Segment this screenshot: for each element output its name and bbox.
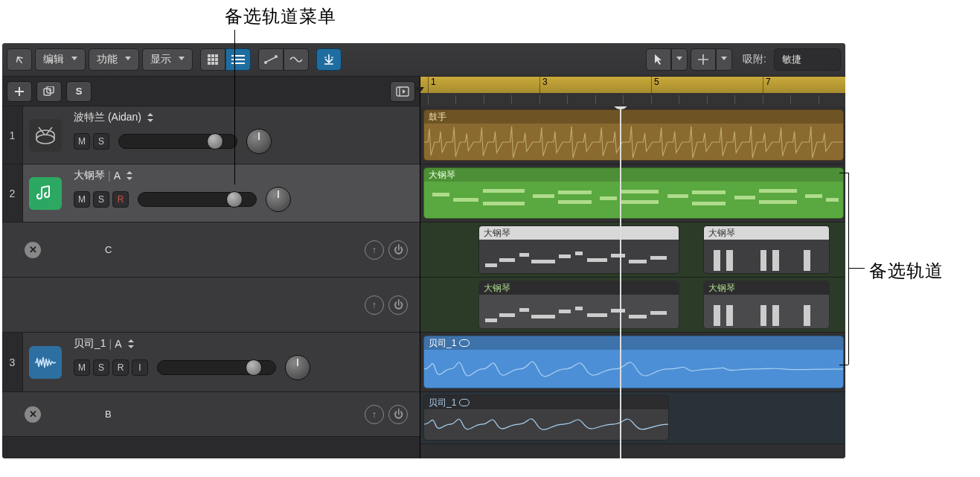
svg-rect-1: [211, 54, 214, 57]
track-icon-slot: [23, 106, 68, 164]
pan-knob[interactable]: [266, 187, 291, 212]
mute-button[interactable]: M: [74, 359, 90, 376]
solo-button[interactable]: S: [93, 359, 109, 376]
take-folder-menu-icon[interactable]: [128, 339, 134, 348]
track-header[interactable]: 1 波特兰 (Aidan) M S: [2, 106, 420, 164]
drummer-track-icon[interactable]: [29, 119, 62, 152]
volume-slider[interactable]: [118, 134, 237, 149]
midi-notes-icon: [479, 295, 679, 328]
marquee-tool-dropdown[interactable]: [716, 48, 732, 71]
view-menu[interactable]: 显示: [142, 48, 193, 71]
svg-rect-6: [208, 62, 211, 65]
grid-view-button[interactable]: [200, 48, 225, 71]
add-track-button[interactable]: [7, 81, 32, 102]
promote-alternative-button[interactable]: ↑: [365, 295, 384, 315]
svg-rect-4: [211, 58, 214, 61]
solo-button[interactable]: S: [93, 191, 109, 208]
chevron-down-icon: [676, 57, 682, 63]
region-midi-alt[interactable]: 大钢琴: [478, 225, 679, 274]
snap-select[interactable]: 敏捷: [774, 48, 841, 71]
midi-notes-icon: [704, 240, 829, 273]
view-menu-label: 显示: [150, 53, 171, 66]
svg-rect-9: [231, 55, 234, 57]
midi-notes-icon: [479, 240, 679, 273]
track-alternative-row[interactable]: ✕ C ↑ ⏻: [2, 223, 420, 278]
functions-menu[interactable]: 功能: [89, 48, 139, 71]
annotation-right-bracket-b: [839, 365, 848, 365]
global-solo-button[interactable]: S: [66, 81, 92, 102]
pan-knob[interactable]: [285, 355, 310, 380]
catch-playhead-button[interactable]: [316, 48, 342, 71]
flex-button[interactable]: [284, 48, 309, 71]
svg-rect-2: [215, 54, 218, 57]
track-alternative-row[interactable]: ↑ ⏻: [2, 278, 420, 333]
svg-rect-10: [235, 55, 245, 57]
alternative-label: C: [45, 244, 365, 255]
annotation-right-bracket-v: [848, 173, 849, 365]
track-header[interactable]: 2 大钢琴 | A M S R: [2, 164, 420, 223]
list-view-button[interactable]: [225, 48, 251, 71]
track-name[interactable]: 大钢琴 | A: [74, 169, 414, 182]
pointer-tool-dropdown[interactable]: [671, 48, 688, 71]
region-label: 贝司_1: [429, 397, 456, 409]
power-alternative-button[interactable]: ⏻: [388, 405, 408, 424]
region-midi-alt[interactable]: 大钢琴: [703, 225, 830, 274]
chevron-down-icon: [179, 57, 185, 63]
region-drummer[interactable]: 鼓手: [423, 109, 844, 161]
playhead[interactable]: [620, 106, 621, 458]
volume-slider[interactable]: [138, 192, 257, 207]
chevron-down-icon: [71, 57, 77, 63]
track-number: 2: [2, 164, 23, 222]
region-midi[interactable]: 大钢琴: [423, 167, 844, 219]
marquee-tool-button[interactable]: [691, 48, 716, 71]
track-name[interactable]: 贝司_1 | A: [74, 337, 414, 350]
svg-rect-3: [208, 58, 211, 61]
record-enable-button[interactable]: R: [112, 359, 129, 376]
solo-button[interactable]: S: [93, 133, 109, 150]
waveform-icon: [424, 124, 843, 160]
track-name[interactable]: 波特兰 (Aidan): [74, 111, 414, 124]
record-enable-button[interactable]: R: [112, 191, 129, 208]
timeline-ruler[interactable]: 1 3 5 7: [420, 77, 845, 106]
volume-slider[interactable]: [157, 360, 276, 375]
pan-knob[interactable]: [246, 129, 272, 154]
track-alternative-row[interactable]: ✕ B ↑ ⏻: [2, 392, 420, 437]
track-header[interactable]: 3 贝司_1 | A M S R: [2, 333, 420, 392]
back-button[interactable]: [7, 48, 32, 71]
edit-menu[interactable]: 编辑: [35, 48, 86, 71]
toggle-header-button[interactable]: [390, 81, 415, 102]
promote-alternative-button[interactable]: ↑: [365, 240, 384, 260]
svg-rect-11: [231, 59, 234, 60]
software-instrument-track-icon[interactable]: [29, 177, 62, 210]
region-audio-alt[interactable]: 贝司_1: [423, 395, 669, 441]
mute-button[interactable]: M: [74, 191, 90, 208]
power-alternative-button[interactable]: ⏻: [388, 295, 408, 315]
pointer-tool-button[interactable]: [646, 48, 671, 71]
toolbar: 编辑 功能 显示: [2, 43, 845, 77]
region-label: 大钢琴: [484, 227, 510, 240]
arrange-area[interactable]: 鼓手 大钢琴: [420, 106, 845, 458]
close-alternative-button[interactable]: ✕: [25, 406, 41, 423]
alternative-label: B: [45, 409, 365, 420]
svg-rect-13: [231, 63, 234, 64]
track-number: 3: [2, 333, 23, 391]
power-alternative-button[interactable]: ⏻: [388, 240, 408, 260]
close-alternative-button[interactable]: ✕: [25, 242, 41, 258]
audio-track-icon[interactable]: [29, 346, 62, 379]
ruler-tick: 3: [539, 77, 548, 93]
track-number: 1: [2, 106, 23, 164]
region-audio[interactable]: 贝司_1: [423, 336, 844, 388]
mute-button[interactable]: M: [74, 133, 90, 150]
snap-label: 吸附:: [743, 53, 766, 66]
input-monitor-button[interactable]: I: [132, 359, 148, 376]
take-folder-menu-icon[interactable]: [147, 113, 153, 122]
promote-alternative-button[interactable]: ↑: [365, 405, 384, 424]
loop-icon: [459, 339, 470, 347]
ruler-play-marker: [415, 87, 424, 93]
take-folder-menu-icon[interactable]: [126, 171, 132, 180]
region-midi-alt[interactable]: 大钢琴: [478, 281, 679, 329]
region-midi-alt[interactable]: 大钢琴: [703, 281, 830, 329]
automation-button[interactable]: [258, 48, 284, 71]
duplicate-track-button[interactable]: [36, 81, 62, 102]
svg-rect-5: [215, 58, 218, 61]
